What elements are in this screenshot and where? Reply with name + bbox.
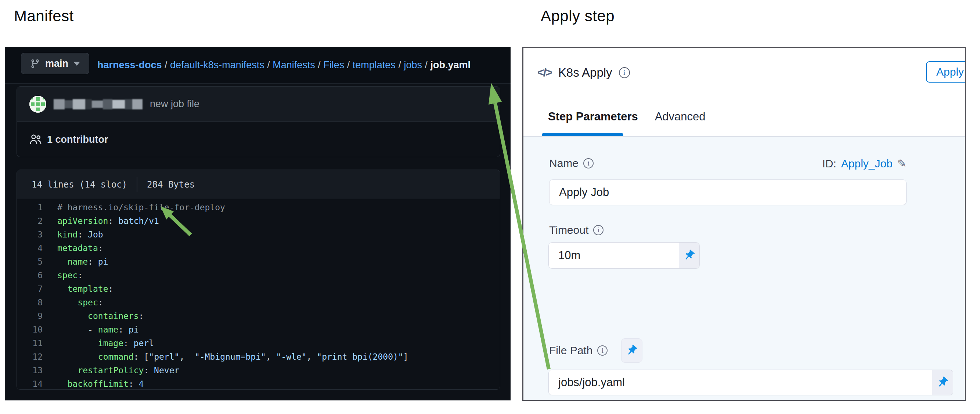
line-number[interactable]: 14 — [17, 377, 43, 390]
info-icon[interactable] — [593, 225, 603, 235]
runtime-input-pin-icon[interactable] — [932, 370, 953, 395]
breadcrumb-separator: / — [396, 59, 404, 71]
file-size: 284 Bytes — [147, 179, 195, 190]
code-line: 9 containers: — [17, 309, 500, 323]
breadcrumb-separator: / — [422, 59, 431, 71]
apply-button[interactable]: Apply — [926, 61, 966, 82]
line-content: backoffLimit: 4 — [43, 377, 144, 390]
apply-step-title: Apply step — [541, 7, 614, 25]
step-id-link[interactable]: Apply_Job — [841, 157, 892, 170]
step-tabs: Step Parameters Advanced — [523, 97, 965, 136]
line-content: # harness.io/skip-file-for-deploy — [43, 201, 225, 214]
name-label-text: Name — [549, 157, 579, 170]
timeout-input-value: 10m — [549, 249, 679, 262]
breadcrumb-link-Manifests[interactable]: Manifests — [272, 59, 315, 71]
line-content: - name: pi — [43, 323, 139, 336]
file-path-pin-button[interactable] — [621, 338, 643, 363]
step-id-block: ID: Apply_Job ✎ — [822, 157, 907, 170]
line-content: spec: — [43, 296, 103, 309]
step-parameters-form: Name ID: Apply_Job ✎ Apply Job Timeout 1… — [523, 136, 965, 400]
line-content: metadata: — [43, 241, 103, 255]
line-content: restartPolicy: Never — [43, 364, 179, 377]
edit-id-pencil-icon[interactable]: ✎ — [897, 157, 907, 170]
code-step-icon: </> — [538, 66, 552, 79]
people-icon — [29, 133, 42, 146]
breadcrumb-link-Files[interactable]: Files — [323, 59, 344, 71]
latest-commit-row: new job file — [17, 87, 500, 122]
code-viewer[interactable]: 1# harness.io/skip-file-for-deploy2apiVe… — [17, 199, 500, 390]
info-icon[interactable] — [597, 345, 608, 355]
active-tab-indicator — [542, 133, 623, 136]
line-number[interactable]: 3 — [17, 228, 43, 241]
code-line: 11 image: perl — [17, 336, 500, 350]
avatar[interactable] — [29, 96, 46, 113]
line-number[interactable]: 9 — [17, 309, 43, 323]
file-path-input[interactable]: jobs/job.yaml — [549, 370, 953, 395]
line-number[interactable]: 2 — [17, 214, 43, 228]
tab-advanced[interactable]: Advanced — [655, 110, 706, 123]
file-stats-bar: 14 lines (14 sloc) 284 Bytes — [17, 170, 500, 199]
line-content: apiVersion: batch/v1 — [43, 214, 159, 228]
line-content: spec: — [43, 269, 83, 282]
breadcrumb-separator: / — [264, 59, 273, 71]
breadcrumb-current-file: job.yaml — [430, 59, 471, 71]
timeout-input[interactable]: 10m — [549, 242, 700, 269]
timeout-field-label: Timeout — [549, 224, 603, 236]
k8s-apply-step-panel: </> K8s Apply Apply Step Parameters Adva… — [522, 47, 966, 401]
github-file-panel: main harness-docs / default-k8s-manifest… — [5, 47, 511, 400]
breadcrumb-link-jobs[interactable]: jobs — [404, 59, 422, 71]
line-content: kind: Job — [43, 228, 103, 241]
line-content: command: ["perl", "-Mbignum=bpi", "-wle"… — [43, 350, 409, 364]
code-line: 12 command: ["perl", "-Mbignum=bpi", "-w… — [17, 350, 500, 364]
code-line: 3kind: Job — [17, 228, 500, 241]
line-number[interactable]: 10 — [17, 323, 43, 336]
line-number[interactable]: 8 — [17, 296, 43, 309]
line-number[interactable]: 13 — [17, 364, 43, 377]
code-line: 7 template: — [17, 282, 500, 296]
code-line: 10 - name: pi — [17, 323, 500, 336]
info-icon[interactable] — [619, 67, 630, 78]
contributors-label: 1 contributor — [47, 134, 108, 145]
code-line: 4metadata: — [17, 241, 500, 255]
line-number[interactable]: 1 — [17, 201, 43, 214]
code-line: 14 backoffLimit: 4 — [17, 377, 500, 390]
code-line: 2apiVersion: batch/v1 — [17, 214, 500, 228]
contributors-row[interactable]: 1 contributor — [17, 122, 500, 157]
branch-selector-button[interactable]: main — [21, 53, 89, 74]
tab-step-parameters[interactable]: Step Parameters — [548, 110, 638, 123]
line-number[interactable]: 11 — [17, 336, 43, 350]
breadcrumb-link-templates[interactable]: templates — [353, 59, 396, 71]
code-line: 8 spec: — [17, 296, 500, 309]
line-number[interactable]: 4 — [17, 241, 43, 255]
code-line: 6spec: — [17, 269, 500, 282]
step-header: </> K8s Apply Apply — [523, 48, 965, 97]
breadcrumb-separator: / — [344, 59, 353, 71]
chevron-down-icon — [73, 62, 80, 66]
commit-box: new job file 1 contributor — [16, 86, 500, 157]
file-path-label-text: File Path — [549, 344, 592, 357]
breadcrumb-separator: / — [162, 59, 170, 71]
manifest-title: Manifest — [14, 7, 74, 25]
file-path-field-label: File Path — [549, 338, 643, 363]
line-number[interactable]: 12 — [17, 350, 43, 364]
line-number[interactable]: 5 — [17, 255, 43, 269]
github-file-header: main harness-docs / default-k8s-manifest… — [5, 47, 511, 84]
breadcrumb-link-harness-docs[interactable]: harness-docs — [97, 59, 162, 71]
line-number[interactable]: 6 — [17, 269, 43, 282]
breadcrumb-link-default-k8s-manifests[interactable]: default-k8s-manifests — [170, 59, 264, 71]
breadcrumb-separator: / — [315, 59, 324, 71]
code-line: 5 name: pi — [17, 255, 500, 269]
runtime-input-pin-icon[interactable] — [679, 243, 699, 268]
line-content: containers: — [43, 309, 144, 323]
git-branch-icon — [30, 59, 40, 69]
commit-message[interactable]: new job file — [150, 98, 199, 110]
code-line: 1# harness.io/skip-file-for-deploy — [17, 201, 500, 214]
name-input[interactable]: Apply Job — [549, 179, 907, 205]
line-number[interactable]: 7 — [17, 282, 43, 296]
file-path-input-value: jobs/job.yaml — [549, 376, 932, 389]
name-field-label: Name — [549, 157, 593, 170]
line-content: name: pi — [43, 255, 108, 269]
name-input-value: Apply Job — [549, 186, 906, 199]
info-icon[interactable] — [583, 158, 593, 168]
timeout-label-text: Timeout — [549, 224, 589, 236]
